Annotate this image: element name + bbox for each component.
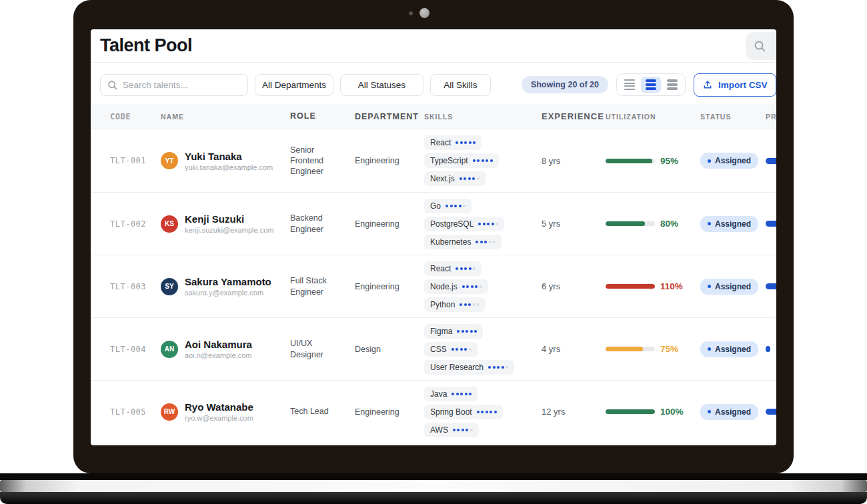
skill-dot-icon [484, 241, 487, 243]
rows-wide-icon[interactable] [662, 77, 682, 93]
skill-dot-icon [488, 366, 491, 369]
skill-dot-icon [481, 411, 484, 413]
header-search-button[interactable] [746, 32, 776, 60]
skill-dot-icon [483, 223, 486, 225]
utilization-label: 80% [660, 219, 678, 229]
talent-identity: SY Sakura Yamamoto sakura.y@example.com [161, 276, 290, 297]
skill-dot-icon [493, 366, 496, 369]
skill-chip: Node.js [424, 279, 488, 294]
pr-cell [766, 221, 776, 227]
skill-dot-icon [477, 177, 480, 180]
skill-dot-icon [489, 241, 492, 243]
status-cell: Assigned [700, 341, 766, 357]
status-dot-icon [708, 222, 711, 225]
table-row[interactable]: TLT-004 AN Aoi Nakamura aoi.n@example.co… [91, 317, 776, 380]
rows-list-icon[interactable] [641, 77, 661, 93]
column-header-department: DEPARTMENT [355, 112, 424, 121]
status-label: Assigned [715, 219, 751, 229]
utilization-bar-fill [606, 221, 645, 226]
skill-dot-icon [466, 330, 468, 333]
column-header-utilization: UTILIZATION [606, 113, 700, 121]
utilization-bar-track [606, 347, 655, 351]
skill-dot-icon [468, 303, 471, 306]
pr-cell [766, 346, 776, 352]
skill-dot-icon [465, 393, 468, 395]
column-header-status: STATUS [700, 113, 766, 121]
utilization-label: 75% [660, 344, 678, 354]
skill-dot-icon [477, 303, 480, 306]
skill-chip: Go [424, 199, 472, 213]
avatar: YT [161, 152, 178, 169]
upload-icon [702, 79, 713, 90]
skill-dot-icon [494, 411, 497, 413]
skill-dot-icon [459, 205, 462, 207]
status-dot-icon [708, 347, 711, 351]
skill-chip: Figma [424, 324, 483, 339]
table-row[interactable]: TLT-001 YT Yuki Tanaka yuki.tanaka@examp… [91, 129, 776, 192]
department-filter-dropdown[interactable]: All Departments [255, 74, 333, 96]
search-input[interactable] [123, 80, 241, 90]
search-icon [107, 80, 117, 90]
talent-role: UI/UX Designer [290, 338, 355, 360]
skill-dot-icon [477, 411, 480, 413]
utilization-cell: 75% [606, 344, 700, 354]
utilization-bar-track [606, 284, 655, 289]
skill-dot-icon [469, 141, 472, 144]
skill-level-dots [456, 267, 476, 270]
talent-experience: 12 yrs [542, 407, 606, 417]
skill-dot-icon [454, 205, 457, 207]
utilization-bar-fill [606, 409, 655, 414]
skill-chip-list: ReactNode.jsPython [424, 261, 542, 312]
skill-dot-icon [469, 393, 472, 395]
avatar: RW [161, 403, 178, 421]
skill-dot-icon [462, 429, 464, 431]
laptop-screen-bezel: Talent Pool All Departments [73, 0, 794, 473]
skills-filter-dropdown[interactable]: All Skills [430, 74, 491, 96]
utilization-cell: 110% [606, 281, 700, 291]
table-row[interactable]: TLT-003 SY Sakura Yamamoto sakura.y@exam… [91, 255, 776, 317]
import-csv-button[interactable]: Import CSV [694, 73, 776, 97]
status-label: Assigned [715, 156, 751, 165]
skill-dot-icon [464, 303, 467, 306]
talent-identity: YT Yuki Tanaka yuki.tanaka@example.com [161, 151, 290, 171]
talent-name: Yuki Tanaka [185, 151, 273, 162]
results-count-badge: Showing 20 of 20 [522, 76, 608, 93]
skill-name: Go [430, 201, 441, 211]
avatar-initials: SY [165, 283, 173, 290]
talent-role: Full Stack Engineer [290, 275, 355, 297]
skill-level-dots [453, 429, 473, 431]
talent-code: TLT-005 [100, 407, 161, 417]
skill-name: Java [430, 389, 447, 399]
skill-level-dots [462, 285, 482, 288]
skill-dot-icon [460, 303, 462, 306]
skill-level-dots [477, 411, 497, 413]
skill-dot-icon [452, 348, 454, 351]
talent-role: Senior Frontend Engineer [290, 145, 355, 177]
talent-code: TLT-002 [100, 219, 161, 229]
skill-dot-icon [477, 159, 480, 162]
talent-email: yuki.tanaka@example.com [185, 163, 273, 171]
status-cell: Assigned [700, 216, 766, 232]
skill-dot-icon [452, 393, 454, 395]
pr-cell [766, 409, 776, 415]
status-cell: Assigned [700, 279, 766, 295]
skill-chip-list: ReactTypeScriptNext.js [424, 135, 542, 186]
table-row[interactable]: TLT-005 RW Ryo Watanabe ryo.w@example.co… [91, 380, 776, 443]
skill-dot-icon [480, 241, 483, 243]
skill-dot-icon [466, 285, 469, 288]
talent-department: Engineering [355, 156, 424, 165]
status-filter-dropdown[interactable]: All Statuses [340, 74, 423, 96]
skill-level-dots [457, 330, 477, 333]
skill-dot-icon [476, 241, 478, 243]
rows-compact-icon[interactable] [620, 77, 640, 93]
pr-bar [766, 221, 776, 227]
status-badge: Assigned [700, 279, 758, 295]
table-row[interactable]: TLT-002 KS Kenji Suzuki kenji.suzuki@exa… [91, 192, 776, 255]
column-header-pr: PR [766, 113, 776, 121]
talent-name: Ryo Watanabe [185, 401, 253, 413]
talent-name: Sakura Yamamoto [185, 276, 271, 287]
pr-cell [766, 158, 776, 164]
skill-dot-icon [464, 141, 467, 144]
utilization-label: 95% [660, 156, 678, 166]
talent-code: TLT-001 [100, 156, 161, 165]
